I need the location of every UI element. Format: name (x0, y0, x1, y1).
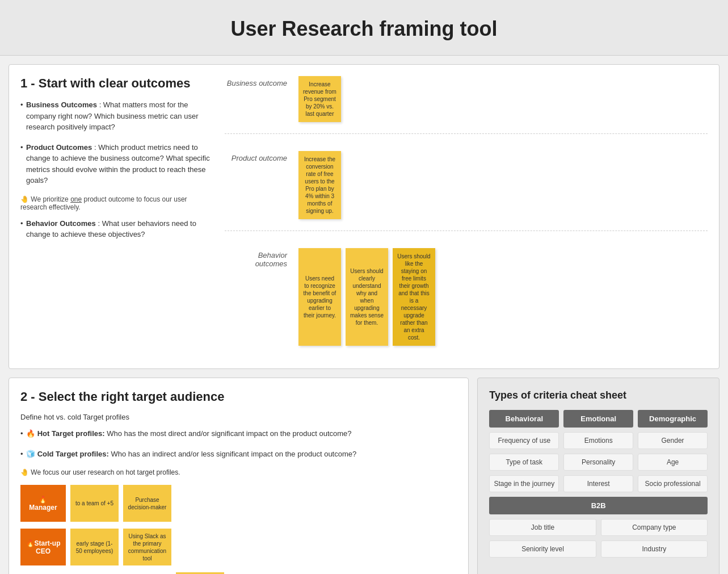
page-header: User Research framing tool (0, 0, 728, 56)
cheatsheet-title: Types of criteria cheat sheet (489, 389, 708, 401)
section1-content: 1 - Start with clear outcomes Business O… (20, 76, 708, 357)
sticky-notes-behavior: Users need to recognize the benefit of u… (298, 248, 435, 346)
criteria-cell-personality: Personality (563, 454, 633, 471)
cold-label: Cold Target profiles: (37, 450, 109, 458)
section1-right: Business outcome Increase revenue from P… (225, 76, 708, 357)
b2b-header: B2B (489, 497, 708, 514)
criteria-cell-age: Age (638, 454, 708, 471)
profile-row-manager: 🔥Manager to a team of +5 Purchase decisi… (20, 485, 457, 522)
section2-title: 2 - Select the right target audience (20, 389, 457, 404)
criteria-cell-gender: Gender (638, 432, 708, 449)
note-underline: one (70, 195, 82, 203)
criteria-header-emotional: Emotional (563, 410, 633, 428)
section2-subtitle: Define hot vs. cold Target profiles (20, 413, 457, 421)
profile-card-manager-1: to a team of +5 (70, 485, 119, 522)
profile-main-manager: 🔥Manager (20, 485, 66, 522)
sticky-business-1: Increase revenue from Pro segment by 20%… (298, 76, 341, 122)
b2b-cell-industry: Industry (601, 541, 708, 558)
bullet-cold: 🧊 Cold Target profiles: Who has an indir… (20, 449, 457, 460)
outcome-row-business: Business outcome Increase revenue from P… (225, 76, 708, 134)
section1-title: 1 - Start with clear outcomes (20, 76, 213, 91)
note-prefix: 🤚 We prioritize (20, 195, 70, 203)
criteria-row-1: Frequency of use Emotions Gender (489, 432, 708, 449)
criteria-cell-task: Type of task (489, 454, 559, 471)
section1-note: 🤚 We prioritize one product outcome to f… (20, 195, 213, 211)
cheatsheet-panel: Types of criteria cheat sheet Behavioral… (477, 378, 719, 574)
sticky-behavior-2: Users should clearly understand why and … (346, 248, 388, 346)
section2-note: 🤚 We focus our user research on hot targ… (20, 468, 457, 476)
outcome-row-behavior: Behavior outcomes Users need to recogniz… (225, 248, 708, 357)
profile-rows: 🔥Manager to a team of +5 Purchase decisi… (20, 485, 457, 574)
section1-card: 1 - Start with clear outcomes Business O… (9, 64, 719, 369)
bullet-business: Business Outcomes : What matters most fo… (20, 99, 213, 133)
profile-card-manager-2: Purchase decision-maker (123, 485, 171, 522)
profile-card-ceo-1: early stage (1-50 employees) (70, 529, 119, 565)
section1-left: 1 - Start with clear outcomes Business O… (20, 76, 213, 357)
outcome-label-business: Business outcome (225, 76, 287, 87)
bullet-hot: 🔥 Hot Target profiles: Who has the most … (20, 428, 457, 439)
bullet-business-label: Business Outcomes (26, 100, 97, 109)
hot-text: Who has the most direct and/or significa… (107, 429, 351, 438)
outcome-label-behavior: Behavior outcomes (225, 248, 287, 268)
b2b-cell-companytype: Company type (601, 519, 708, 536)
b2b-cell-jobtitle: Job title (489, 519, 596, 536)
cold-emoji: 🧊 (26, 450, 37, 458)
sticky-behavior-3: Users should like the staying on free li… (393, 248, 435, 346)
sticky-product-1: Increase the conversion rate of free use… (298, 151, 341, 219)
criteria-row-3: Stage in the journey Interest Socio prof… (489, 475, 708, 492)
hot-label: Hot Target profiles: (37, 429, 105, 438)
profile-main-ceo: 🔥Start-up CEO (20, 529, 66, 565)
bullet-behavior-label: Behavior Outcomes (26, 219, 96, 228)
criteria-cell-interest: Interest (563, 475, 633, 492)
bullet-product-label: Product Outcomes (26, 143, 92, 152)
section2-bullet-list: 🔥 Hot Target profiles: Who has the most … (20, 428, 457, 459)
bullet-behavior: Behavior Outcomes : What user behaviors … (20, 218, 213, 240)
criteria-row-2: Type of task Personality Age (489, 454, 708, 471)
sticky-notes-product: Increase the conversion rate of free use… (298, 151, 341, 219)
profile-row-ceo: 🔥Start-up CEO early stage (1-50 employee… (20, 529, 457, 565)
section1-bullet-list: Business Outcomes : What matters most fo… (20, 99, 213, 240)
main-content: 1 - Start with clear outcomes Business O… (0, 56, 728, 574)
criteria-header-behavioral: Behavioral (489, 410, 559, 428)
hot-emoji: 🔥 (26, 429, 37, 438)
page-title: User Research framing tool (0, 17, 728, 41)
criteria-cell-emotions: Emotions (563, 432, 633, 449)
b2b-rows: Job title Company type Seniority level I… (489, 519, 708, 558)
criteria-cell-freq: Frequency of use (489, 432, 559, 449)
criteria-cell-socio: Socio professional (638, 475, 708, 492)
profile-card-ceo-2: Using Slack as the primary communication… (123, 529, 171, 565)
criteria-header-demographic: Demographic (638, 410, 708, 428)
sticky-behavior-1: Users need to recognize the benefit of u… (298, 248, 341, 346)
bullet-product: Product Outcomes : Which product metrics… (20, 142, 213, 186)
section2-wrapper: 2 - Select the right target audience Def… (9, 378, 719, 574)
cold-text: Who has an indirect and/or less signific… (111, 450, 356, 458)
outcome-row-product: Product outcome Increase the conversion … (225, 151, 708, 231)
criteria-header-row: Behavioral Emotional Demographic (489, 410, 708, 428)
criteria-cell-stage: Stage in the journey (489, 475, 559, 492)
outcome-label-product: Product outcome (225, 151, 287, 162)
b2b-cell-seniority: Seniority level (489, 541, 596, 558)
section2-card: 2 - Select the right target audience Def… (9, 378, 469, 574)
sticky-notes-business: Increase revenue from Pro segment by 20%… (298, 76, 341, 122)
